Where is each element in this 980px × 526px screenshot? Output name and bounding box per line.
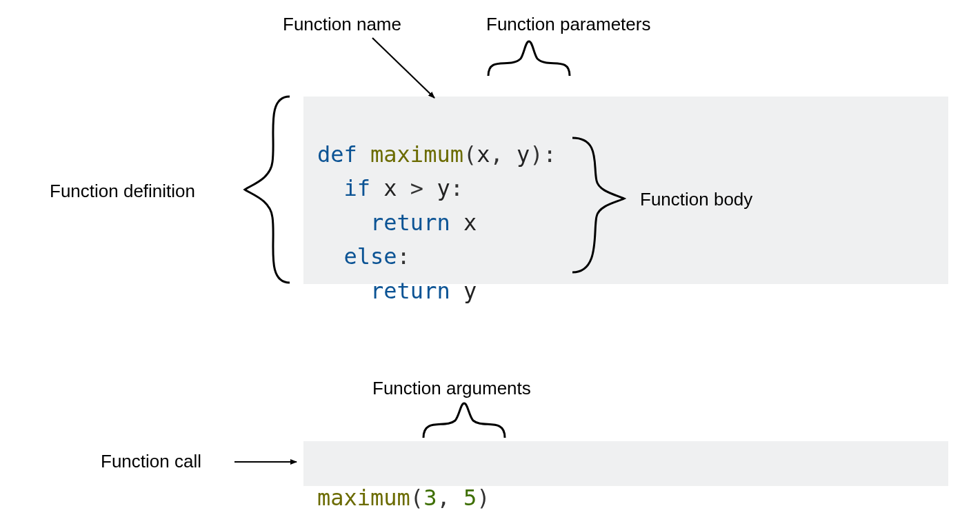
- keyword-else: else: [344, 243, 397, 270]
- arg-2: 5: [463, 485, 477, 511]
- label-function-call: Function call: [101, 451, 201, 472]
- code-line-3: return x: [317, 210, 477, 236]
- keyword-return: return: [370, 278, 450, 304]
- arrow-function-name: [372, 38, 434, 98]
- label-function-name: Function name: [283, 14, 401, 35]
- function-name-token: maximum: [370, 141, 463, 168]
- label-function-arguments: Function arguments: [372, 378, 531, 399]
- code-block-call: maximum(3, 5): [303, 441, 948, 486]
- keyword-if: if: [344, 175, 371, 201]
- code-line-2: if x > y:: [317, 175, 463, 201]
- diagram-stage: def maximum(x, y): if x > y: return x el…: [0, 0, 980, 526]
- code-block-definition: def maximum(x, y): if x > y: return x el…: [303, 97, 948, 284]
- call-fn: maximum: [317, 485, 410, 511]
- arg-1: 3: [423, 485, 437, 511]
- label-function-definition: Function definition: [50, 181, 195, 202]
- brace-function-parameters: [488, 41, 570, 76]
- param-y: y: [517, 141, 530, 168]
- label-function-body: Function body: [640, 189, 752, 210]
- code-line-4: else:: [317, 243, 410, 270]
- param-x: x: [477, 141, 490, 168]
- code-line-1: def maximum(x, y):: [317, 141, 557, 168]
- code-line-5: return y: [317, 278, 477, 304]
- label-function-parameters: Function parameters: [486, 14, 650, 35]
- brace-function-definition: [245, 97, 290, 283]
- keyword-return: return: [370, 210, 450, 236]
- keyword-def: def: [317, 141, 357, 168]
- call-line: maximum(3, 5): [317, 485, 490, 511]
- brace-function-arguments: [423, 403, 505, 438]
